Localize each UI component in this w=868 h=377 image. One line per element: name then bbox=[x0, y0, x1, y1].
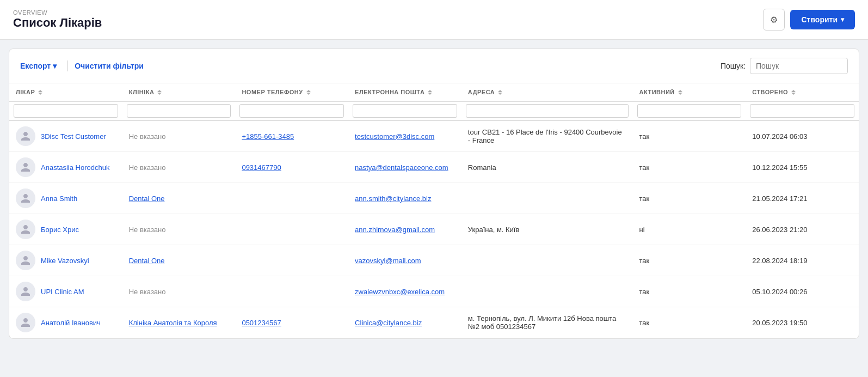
settings-button[interactable]: ⚙ bbox=[763, 9, 785, 31]
th-address: АДРЕСА bbox=[461, 83, 633, 101]
cell-clinic: Не вказано bbox=[122, 214, 236, 245]
cell-clinic: Не вказано bbox=[122, 276, 236, 307]
phone-link[interactable]: 0931467790 bbox=[242, 163, 281, 172]
doctor-name[interactable]: Anastasiia Horodchuk bbox=[41, 163, 109, 172]
chevron-down-icon: ▾ bbox=[53, 62, 57, 70]
cell-address: tour CB21 - 16 Place de l'Iris - 92400 C… bbox=[461, 120, 633, 152]
cell-clinic: Dental One bbox=[122, 183, 236, 214]
clinic-link[interactable]: Dental One bbox=[129, 257, 165, 265]
cell-phone: +1855-661-3485 bbox=[235, 120, 348, 152]
filter-input-clinic[interactable] bbox=[127, 104, 231, 118]
active-value: так bbox=[639, 163, 650, 172]
cell-address bbox=[461, 183, 633, 214]
filter-input-active[interactable] bbox=[637, 104, 742, 118]
cell-active: так bbox=[633, 245, 746, 276]
active-value: так bbox=[639, 194, 650, 203]
cell-phone bbox=[235, 183, 348, 214]
sort-icon-created[interactable] bbox=[791, 90, 796, 95]
email-link[interactable]: ann.zhirnova@gmail.com bbox=[355, 226, 435, 234]
filter-input-doctor[interactable] bbox=[14, 104, 118, 118]
cell-clinic: Клініка Анатолія та Короля bbox=[122, 307, 236, 338]
avatar bbox=[16, 126, 35, 146]
doctor-name[interactable]: Борис Хрис bbox=[41, 226, 79, 234]
table-row[interactable]: Anastasiia Horodchuk Не вказано093146779… bbox=[9, 152, 859, 183]
gear-icon: ⚙ bbox=[770, 15, 778, 25]
toolbar: Експорт ▾ Очистити фільтри Пошук: bbox=[9, 49, 859, 83]
email-link[interactable]: nastya@dentalspaceone.com bbox=[355, 163, 448, 172]
cell-email: vazovskyi@mail.com bbox=[348, 245, 461, 276]
cell-doctor: Anna Smith bbox=[9, 183, 122, 214]
created-value: 10.07.2024 06:03 bbox=[752, 132, 807, 141]
doctors-table: ЛІКАР КЛІНІКА НОМЕР ТЕЛЕФОНУ bbox=[9, 83, 859, 338]
cell-email: nastya@dentalspaceone.com bbox=[348, 152, 461, 183]
email-link[interactable]: ann.smith@citylance.biz bbox=[355, 194, 431, 203]
table-row[interactable]: 3Disc Test Customer Не вказано+1855-661-… bbox=[9, 120, 859, 152]
table-row[interactable]: Анатолій Іванович Клініка Анатолія та Ко… bbox=[9, 307, 859, 338]
filter-cell-clinic bbox=[122, 101, 236, 120]
sort-icon-clinic[interactable] bbox=[157, 90, 162, 95]
chevron-down-icon: ▾ bbox=[841, 16, 844, 23]
filter-cell-doctor bbox=[9, 101, 122, 120]
clear-filters-button[interactable]: Очистити фільтри bbox=[75, 59, 144, 72]
sort-icon-doctor[interactable] bbox=[38, 90, 42, 95]
table-row[interactable]: Борис Хрис Не вказаноann.zhirnova@gmail.… bbox=[9, 214, 859, 245]
table-row[interactable]: Mike Vazovskyi Dental Onevazovskyi@mail.… bbox=[9, 245, 859, 276]
sort-icon-address[interactable] bbox=[498, 90, 502, 95]
th-clinic: КЛІНІКА bbox=[122, 83, 236, 101]
doctor-name[interactable]: Mike Vazovskyi bbox=[41, 257, 89, 265]
cell-active: так bbox=[633, 307, 746, 338]
cell-created: 10.12.2024 15:55 bbox=[746, 152, 859, 183]
cell-phone: 0931467790 bbox=[235, 152, 348, 183]
cell-doctor: Mike Vazovskyi bbox=[9, 245, 122, 276]
sort-icon-active[interactable] bbox=[678, 90, 682, 95]
phone-link[interactable]: 0501234567 bbox=[242, 319, 281, 327]
doctor-name[interactable]: Анатолій Іванович bbox=[41, 319, 101, 327]
clinic-link[interactable]: Клініка Анатолія та Короля bbox=[129, 319, 217, 327]
email-link[interactable]: vazovskyi@mail.com bbox=[355, 257, 421, 265]
create-button-label: Створити bbox=[801, 15, 838, 24]
active-value: так bbox=[639, 132, 650, 141]
email-link[interactable]: testcustomer@3disc.com bbox=[355, 132, 434, 141]
avatar bbox=[16, 157, 35, 177]
cell-created: 22.08.2024 18:19 bbox=[746, 245, 859, 276]
filter-input-email[interactable] bbox=[353, 104, 457, 118]
cell-email: zwaiewzvnbxc@exelica.com bbox=[348, 276, 461, 307]
avatar bbox=[16, 251, 35, 270]
filter-input-created[interactable] bbox=[750, 104, 854, 118]
clinic-link[interactable]: Dental One bbox=[129, 194, 165, 203]
search-input[interactable] bbox=[750, 58, 848, 74]
cell-phone bbox=[235, 214, 348, 245]
cell-address: Romania bbox=[461, 152, 633, 183]
doctor-name[interactable]: Anna Smith bbox=[41, 194, 77, 203]
export-button[interactable]: Експорт ▾ bbox=[20, 59, 61, 72]
cell-created: 10.07.2024 06:03 bbox=[746, 120, 859, 152]
clinic-value: Не вказано bbox=[129, 163, 166, 172]
search-label: Пошук: bbox=[721, 62, 746, 70]
sort-icon-phone[interactable] bbox=[306, 90, 311, 95]
table-row[interactable]: UPI Clinic AM Не вказаноzwaiewzvnbxc@exe… bbox=[9, 276, 859, 307]
cell-address: Україна, м. Київ bbox=[461, 214, 633, 245]
filter-input-address[interactable] bbox=[466, 104, 629, 118]
table-row[interactable]: Anna Smith Dental Oneann.smith@citylance… bbox=[9, 183, 859, 214]
sort-icon-email[interactable] bbox=[428, 90, 432, 95]
created-value: 26.06.2023 21:20 bbox=[752, 226, 807, 234]
cell-doctor: 3Disc Test Customer bbox=[9, 120, 122, 152]
email-link[interactable]: Clinica@citylance.biz bbox=[355, 319, 422, 327]
clinic-value: Не вказано bbox=[129, 132, 166, 141]
phone-link[interactable]: +1855-661-3485 bbox=[242, 132, 294, 141]
cell-active: так bbox=[633, 183, 746, 214]
filter-input-phone[interactable] bbox=[239, 104, 344, 118]
avatar bbox=[16, 220, 35, 239]
email-link[interactable]: zwaiewzvnbxc@exelica.com bbox=[355, 288, 445, 296]
table-body: 3Disc Test Customer Не вказано+1855-661-… bbox=[9, 120, 859, 338]
clinic-value: Не вказано bbox=[129, 288, 166, 296]
doctor-name[interactable]: 3Disc Test Customer bbox=[41, 132, 106, 141]
th-doctor: ЛІКАР bbox=[9, 83, 122, 101]
created-value: 21.05.2024 17:21 bbox=[752, 194, 807, 203]
clear-filters-label: Очистити фільтри bbox=[75, 62, 144, 70]
doctor-name[interactable]: UPI Clinic AM bbox=[41, 288, 84, 296]
cell-clinic: Не вказано bbox=[122, 120, 236, 152]
avatar bbox=[16, 188, 35, 208]
create-button[interactable]: Створити ▾ bbox=[790, 10, 855, 29]
cell-doctor: Анатолій Іванович bbox=[9, 307, 122, 338]
